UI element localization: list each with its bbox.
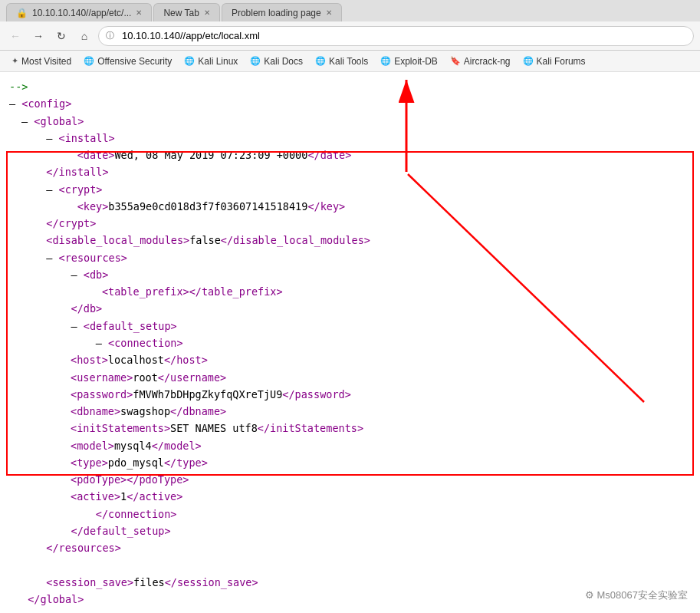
back-button[interactable]: ← [6,27,25,45]
bookmark-label: Kali Forums [537,56,586,67]
xml-line: – <db> [46,266,691,283]
tab-1[interactable]: 🔒 10.10.10.140//app/etc/... ✕ [6,3,152,21]
xml-line: </resources> [34,539,691,556]
tab-close[interactable]: ✕ [204,8,210,17]
security-icon: ⓘ [106,30,114,41]
bookmark-kali-docs[interactable]: 🌐 Kali Docs [245,54,308,68]
tab-label: New Tab [163,8,199,18]
watermark-text: Ms08067安全实验室 [597,589,688,601]
bookmark-label: Kali Linux [198,56,238,67]
xml-line: </default_setup> [46,522,691,539]
xml-line-host: <host>localhost</host> [71,351,691,368]
tab-2[interactable]: New Tab ✕ [153,3,219,21]
bookmarks-bar: ✦ Most Visited 🌐 Offensive Security 🌐 Ka… [0,51,700,72]
bookmark-icon: 🔖 [450,56,461,66]
xml-line-password: <password>fMVWh7bDHpgZkyfqQXreTjU9</pass… [71,386,691,403]
star-icon: ✦ [12,56,18,66]
reload-button[interactable]: ↻ [52,27,71,45]
bookmark-kali-linux[interactable]: 🌐 Kali Linux [179,54,243,68]
bookmark-label: Exploit-DB [394,56,438,67]
xml-line: – <install> [34,130,691,147]
xml-line: – <connection> [58,335,691,351]
bookmark-most-visited[interactable]: ✦ Most Visited [6,54,77,68]
xml-line: </install> [34,163,691,180]
xml-line-username: <username>root</username> [71,369,691,386]
globe-icon: 🌐 [84,56,94,66]
xml-line: – <global> [21,113,691,130]
globe-icon: 🌐 [523,56,534,66]
tab-favicon: 🔒 [16,8,28,18]
xml-line-type: <type>pdo_mysql</type> [71,454,691,471]
forward-button[interactable]: → [29,27,48,45]
globe-icon: 🌐 [250,56,261,66]
bookmark-aircrack[interactable]: 🔖 Aircrack-ng [445,54,516,68]
xml-line-disable: <disable_local_modules>false</disable_lo… [34,232,691,249]
globe-icon: 🌐 [380,56,391,66]
bookmark-label: Aircrack-ng [464,56,511,67]
xml-line-comment: --> [9,78,691,95]
tab-close[interactable]: ✕ [136,8,142,17]
globe-icon: 🌐 [184,56,195,66]
xml-line: – <config> [9,95,691,112]
watermark-icon: ⚙ [585,589,594,601]
xml-line-active: <active>1</active> [71,488,691,505]
xml-line-dbname: <dbname>swagshop</dbname> [71,403,691,420]
page-content: --> – <config> – <global> – <install> <d… [0,72,700,613]
bookmark-label: Offensive Security [97,56,172,67]
xml-line: – <crypt> [34,181,691,198]
bookmark-offensive-security[interactable]: 🌐 Offensive Security [78,54,177,68]
bookmark-label: Most Visited [21,56,71,67]
xml-line: </crypt> [34,215,691,232]
address-bar-wrap: ⓘ [98,26,694,46]
address-bar[interactable] [98,26,694,46]
tab-label: 10.10.10.140//app/etc/... [32,8,131,18]
bookmark-kali-tools[interactable]: 🌐 Kali Tools [310,54,373,68]
globe-icon: 🌐 [315,56,326,66]
bookmark-exploit-db[interactable]: 🌐 Exploit-DB [375,54,443,68]
tab-3[interactable]: Problem loading page ✕ [222,3,342,21]
bookmark-label: Kali Tools [329,56,368,67]
xml-line-model: <model>mysql4</model> [71,437,691,454]
browser-tabs: 🔒 10.10.10.140//app/etc/... ✕ New Tab ✕ … [0,0,700,21]
xml-line: </db> [46,300,691,317]
bookmark-kali-forums[interactable]: 🌐 Kali Forums [518,54,591,68]
xml-line: – <resources> [34,249,691,266]
xml-line-key: <key>b355a9e0cd018d3f7f03607141518419</k… [46,198,691,215]
xml-line-date: <date>Wed, 08 May 2019 07:23:09 +0000</d… [46,147,691,163]
home-button[interactable]: ⌂ [75,27,94,45]
xml-line-table-prefix: <table_prefix></table_prefix> [58,283,691,300]
bookmark-label: Kali Docs [264,56,303,67]
tab-close[interactable]: ✕ [326,8,332,17]
tab-label: Problem loading page [232,8,321,18]
xml-line: – <default_setup> [46,318,691,335]
watermark: ⚙ Ms08067安全实验室 [585,587,688,603]
nav-bar: ← → ↻ ⌂ ⓘ [0,21,700,51]
xml-line-pdotype: <pdoType></pdoType> [71,471,691,488]
xml-line-initstatements: <initStatements>SET NAMES utf8</initStat… [71,420,691,437]
xml-line: </connection> [58,506,691,522]
